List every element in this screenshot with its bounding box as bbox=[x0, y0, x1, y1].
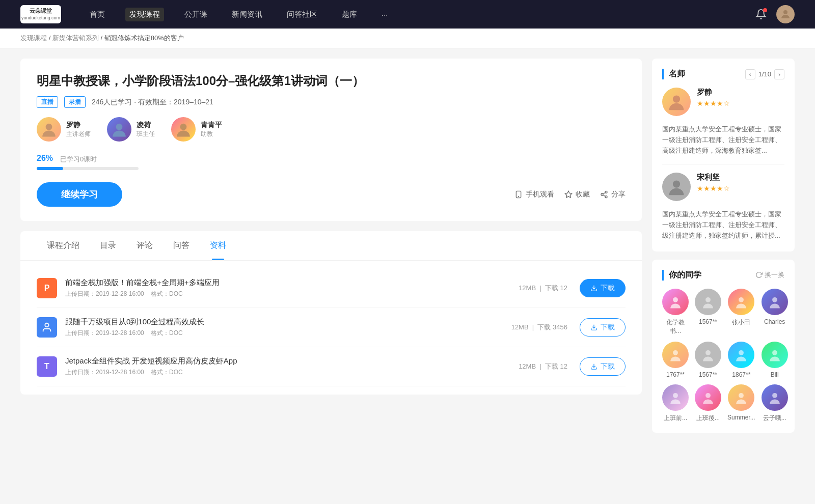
resource-stats-2: 12MB | 下载 12 bbox=[519, 362, 567, 371]
notification-dot bbox=[763, 8, 767, 12]
classmate-9: 上班後... bbox=[695, 384, 721, 423]
nav-item-public[interactable]: 公开课 bbox=[180, 8, 211, 21]
classmates-title: 你的同学 bbox=[662, 270, 701, 281]
classmate-avatar-2[interactable] bbox=[728, 289, 754, 315]
teacher-name-2: 青青平 bbox=[201, 121, 222, 130]
progress-section: 26% 已学习0课时 bbox=[37, 154, 626, 170]
classmate-name-4: 1767** bbox=[666, 371, 685, 378]
refresh-button[interactable]: 换一换 bbox=[755, 270, 784, 279]
classmate-avatar-8[interactable] bbox=[662, 384, 689, 411]
resource-item-1: 跟随千万级项目从0到100全过程高效成长 上传日期：2019-12-28 16:… bbox=[37, 308, 626, 347]
svg-point-16 bbox=[673, 95, 680, 102]
resource-info-0: 前端全栈加强版！前端全栈+全周期+多端应用 上传日期：2019-12-28 16… bbox=[65, 278, 519, 298]
classmate-11: 云子哦... bbox=[762, 384, 788, 423]
nav-item-more[interactable]: ··· bbox=[377, 8, 392, 21]
classmate-name-0: 化学教书... bbox=[662, 318, 689, 335]
teacher-role-2: 助教 bbox=[201, 130, 222, 138]
classmate-avatar-11[interactable] bbox=[762, 384, 788, 411]
classmate-avatar-0[interactable] bbox=[662, 289, 689, 315]
resource-name-1: 跟随千万级项目从0到100全过程高效成长 bbox=[65, 317, 511, 327]
svg-point-7 bbox=[605, 191, 607, 193]
download-button-1[interactable]: 下载 bbox=[580, 318, 626, 337]
classmate-name-6: 1867** bbox=[732, 371, 750, 378]
classmate-avatar-9[interactable] bbox=[695, 384, 721, 411]
resource-icon-0: P bbox=[37, 278, 57, 298]
sidebar-teachers-card: 名师 ‹ 1/10 › 罗静 ★★★★☆ 国内某重点大学安全工程专业硕士，国家一… bbox=[652, 59, 795, 251]
progress-label: 26% bbox=[37, 154, 53, 163]
teacher-item-1: 凌荷 班主任 bbox=[107, 117, 155, 142]
classmates-header: 你的同学 换一换 bbox=[662, 270, 784, 281]
teacher-name-1: 凌荷 bbox=[137, 121, 155, 130]
resource-icon-2: T bbox=[37, 356, 57, 377]
resource-stats-1: 12MB | 下载 3456 bbox=[511, 323, 567, 332]
tab-review[interactable]: 评论 bbox=[126, 231, 163, 260]
refresh-label: 换一换 bbox=[765, 270, 784, 279]
breadcrumb-link-series[interactable]: 新媒体营销系列 bbox=[52, 34, 99, 42]
continue-button[interactable]: 继续学习 bbox=[37, 182, 122, 207]
user-avatar-nav[interactable] bbox=[776, 5, 795, 23]
classmate-name-8: 上班前... bbox=[664, 414, 687, 423]
resource-info-1: 跟随千万级项目从0到100全过程高效成长 上传日期：2019-12-28 16:… bbox=[65, 317, 511, 338]
classmate-avatar-6[interactable] bbox=[728, 342, 754, 368]
resource-meta-2: 上传日期：2019-12-28 16:00 格式：DOC bbox=[65, 368, 519, 377]
download-button-0[interactable]: 下载 bbox=[580, 279, 626, 297]
svg-point-3 bbox=[180, 124, 187, 130]
classmate-name-5: 1567** bbox=[699, 371, 717, 378]
badge-record: 录播 bbox=[64, 96, 86, 108]
divider-0 bbox=[662, 164, 784, 164]
svg-point-2 bbox=[116, 124, 123, 130]
svg-point-18 bbox=[673, 297, 678, 302]
svg-point-0 bbox=[783, 10, 787, 14]
download-button-2[interactable]: 下载 bbox=[580, 357, 626, 376]
pagination-prev[interactable]: ‹ bbox=[745, 69, 755, 79]
classmate-name-7: Bill bbox=[771, 371, 779, 378]
classmate-2: 张小田 bbox=[727, 289, 755, 335]
breadcrumb-link-discover[interactable]: 发现课程 bbox=[20, 34, 47, 42]
svg-point-24 bbox=[739, 350, 744, 355]
sidebar-teacher-name-0: 罗静 bbox=[697, 88, 730, 97]
classmate-5: 1567** bbox=[695, 342, 721, 378]
classmate-name-11: 云子哦... bbox=[763, 414, 786, 423]
classmate-avatar-4[interactable] bbox=[662, 342, 689, 368]
classmate-name-3: Charles bbox=[764, 318, 785, 325]
pagination-next[interactable]: › bbox=[774, 69, 784, 79]
tab-intro[interactable]: 课程介绍 bbox=[37, 231, 90, 260]
nav-item-problems[interactable]: 题库 bbox=[338, 8, 361, 21]
teacher-name-0: 罗静 bbox=[66, 121, 91, 130]
svg-marker-6 bbox=[565, 191, 572, 198]
course-meta: 直播 录播 246人已学习 · 有效期至：2019–10–21 bbox=[37, 96, 626, 108]
nav-item-discover[interactable]: 发现课程 bbox=[125, 8, 164, 21]
bell-icon[interactable] bbox=[754, 7, 768, 21]
teacher-avatar-1 bbox=[107, 117, 131, 142]
sidebar-teacher-avatar-1 bbox=[662, 173, 691, 201]
classmate-avatar-1[interactable] bbox=[695, 289, 721, 315]
classmate-avatar-5[interactable] bbox=[695, 342, 721, 368]
course-meta-text: 246人已学习 · 有效期至：2019–10–21 bbox=[92, 98, 213, 107]
classmate-avatar-7[interactable] bbox=[762, 342, 788, 368]
tab-resources[interactable]: 资料 bbox=[200, 231, 236, 260]
sidebar-teacher-0: 罗静 ★★★★☆ bbox=[662, 88, 784, 116]
tab-catalog[interactable]: 目录 bbox=[90, 231, 126, 260]
classmate-0: 化学教书... bbox=[662, 289, 689, 335]
classmate-avatar-10[interactable] bbox=[728, 384, 754, 411]
logo-area[interactable]: 云朵课堂yunduoketang.com bbox=[20, 5, 61, 23]
svg-point-23 bbox=[705, 350, 711, 355]
tab-qa[interactable]: 问答 bbox=[163, 231, 200, 260]
classmate-name-1: 1567** bbox=[699, 318, 717, 325]
share-link[interactable]: 分享 bbox=[600, 190, 626, 199]
collect-link[interactable]: 收藏 bbox=[564, 190, 590, 199]
phone-watch-link[interactable]: 手机观看 bbox=[514, 190, 554, 199]
nav-item-qa[interactable]: 问答社区 bbox=[283, 8, 321, 21]
svg-point-19 bbox=[705, 297, 711, 302]
sidebar-teacher-1: 宋利坚 ★★★★☆ bbox=[662, 173, 784, 201]
nav-item-news[interactable]: 新闻资讯 bbox=[228, 8, 266, 21]
breadcrumb-sep2: / bbox=[100, 34, 104, 42]
classmate-8: 上班前... bbox=[662, 384, 689, 423]
nav-item-home[interactable]: 首页 bbox=[86, 8, 109, 21]
sidebar-teacher-avatar-0 bbox=[662, 88, 691, 116]
svg-point-9 bbox=[605, 196, 607, 198]
sidebar-teacher-stars-0: ★★★★☆ bbox=[697, 99, 730, 107]
classmate-name-10: Summer... bbox=[727, 414, 755, 421]
sidebar-teacher-name-1: 宋利坚 bbox=[697, 173, 730, 182]
classmate-avatar-3[interactable] bbox=[762, 289, 788, 315]
